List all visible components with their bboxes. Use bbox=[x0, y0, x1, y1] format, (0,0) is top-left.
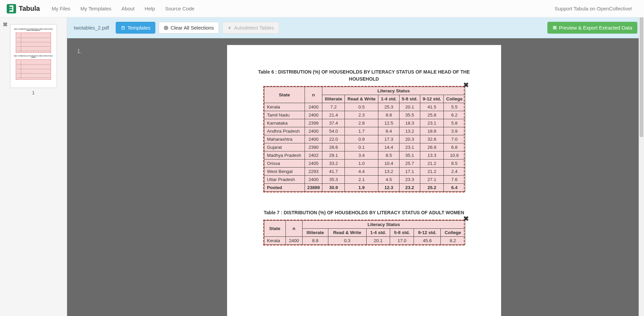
nav-help[interactable]: Help bbox=[140, 0, 160, 17]
nav-source-code[interactable]: Source Code bbox=[160, 0, 200, 17]
autodetect-button[interactable]: Autodetect Tables bbox=[222, 22, 279, 34]
clear-label: Clear All Selections bbox=[170, 25, 214, 31]
table-cell: 29.1 bbox=[322, 151, 345, 160]
table-cell: 3.4 bbox=[345, 151, 378, 160]
table-cell: 2390 bbox=[305, 143, 322, 151]
table-cell: 25.2 bbox=[420, 184, 444, 192]
table-cell: 2400 bbox=[305, 127, 322, 135]
thumb-selection-2 bbox=[16, 59, 51, 80]
table-6: State n Literacy Status Illiterate Read … bbox=[264, 87, 465, 192]
pdf-page[interactable]: Table 6 : DISTRIBUTION (%) OF HOUSEHOLDS… bbox=[227, 45, 501, 316]
export-label: Preview & Export Extracted Data bbox=[559, 25, 632, 31]
table-cell: 7.6 bbox=[444, 176, 465, 184]
table-cell: 23.2 bbox=[399, 184, 420, 192]
table-row: Uttar Pradesh240035.32.14.523.327.17.6 bbox=[264, 176, 465, 184]
page-thumbnail-1[interactable]: TABLE 6: DISTRIBUTION (%) OF HOUSEHOLDS … bbox=[10, 24, 57, 88]
bolt-icon bbox=[227, 26, 232, 30]
table-cell: 20.1 bbox=[399, 103, 420, 111]
table-cell: 2399 bbox=[305, 119, 322, 127]
table-cell: 0.5 bbox=[345, 103, 378, 111]
th-5-8: 5-8 std. bbox=[390, 229, 414, 237]
table-cell: 17.0 bbox=[390, 237, 414, 245]
table-cell: 2402 bbox=[305, 151, 322, 160]
table-cell: 23889 bbox=[305, 184, 322, 192]
table-cell: Kerala bbox=[264, 103, 305, 111]
th-literacy-status: Literacy Status bbox=[322, 87, 465, 95]
table-cell: 2.8 bbox=[345, 119, 378, 127]
templates-button[interactable]: Templates bbox=[116, 22, 155, 34]
page-number-label: 1. bbox=[77, 48, 84, 54]
th-1-4: 1-4 std. bbox=[378, 95, 399, 103]
table-cell: 4.5 bbox=[378, 176, 399, 184]
templates-label: Templates bbox=[127, 25, 150, 31]
table-cell: 2.1 bbox=[345, 176, 378, 184]
autodetect-label: Autodetect Tables bbox=[234, 25, 274, 31]
nav-my-templates[interactable]: My Templates bbox=[75, 0, 116, 17]
table-cell: 21.2 bbox=[420, 160, 444, 168]
th-college: College bbox=[444, 95, 465, 103]
table-cell: 5.8 bbox=[444, 119, 465, 127]
table-cell: Andhra Pradesh bbox=[264, 127, 305, 135]
table-cell: 13.2 bbox=[378, 168, 399, 176]
table-cell: 23.1 bbox=[399, 143, 420, 151]
th-illiterate: Illiterate bbox=[303, 229, 328, 237]
table-cell: 2400 bbox=[285, 237, 303, 245]
table-cell: 17.3 bbox=[378, 135, 399, 143]
table-row: West Bengal229341.74.413.217.121.22.4 bbox=[264, 168, 465, 176]
clear-selections-button[interactable]: Clear All Selections bbox=[159, 22, 219, 34]
close-icon[interactable]: ✖ bbox=[3, 21, 8, 28]
th-state: State bbox=[264, 221, 286, 237]
main-area: twotables_2.pdf Templates Clear All Sele… bbox=[67, 17, 644, 316]
thumb-title-1: TABLE 6: DISTRIBUTION (%) OF HOUSEHOLDS … bbox=[14, 29, 53, 31]
table-7-title: Table 7 : DISTRIBUTION (%) OF HOUSEHOLDS… bbox=[244, 209, 484, 216]
page-scroll[interactable]: 1. Table 6 : DISTRIBUTION (%) OF HOUSEHO… bbox=[67, 38, 644, 316]
table-cell: 12.5 bbox=[378, 119, 399, 127]
table-cell: 25.3 bbox=[378, 103, 399, 111]
table-cell: 32.6 bbox=[420, 135, 444, 143]
filename: twotables_2.pdf bbox=[74, 25, 109, 31]
table-row: Gujarat239028.60.114.423.126.96.8 bbox=[264, 143, 465, 151]
table-cell: 10.6 bbox=[444, 151, 465, 160]
toolbar: twotables_2.pdf Templates Clear All Sele… bbox=[67, 17, 644, 38]
table-row: Madhya Pradesh240229.13.48.535.113.310.6 bbox=[264, 151, 465, 160]
table-cell: 2400 bbox=[305, 111, 322, 119]
thumb-page-number: 1 bbox=[5, 90, 62, 95]
table-cell: 1.9 bbox=[345, 184, 378, 192]
table-cell: 22.0 bbox=[322, 135, 345, 143]
selection-1[interactable]: ✖ State n Literacy Status bbox=[263, 86, 465, 192]
export-icon bbox=[552, 26, 557, 30]
table-cell: 13.3 bbox=[420, 151, 444, 160]
table-cell: Kerala bbox=[264, 237, 286, 245]
brand[interactable]: Tabula bbox=[7, 4, 40, 13]
selection-2[interactable]: ✖ State n Literacy Status bbox=[263, 220, 465, 245]
table-cell: 33.2 bbox=[322, 160, 345, 168]
scrollbar-thumb[interactable] bbox=[640, 17, 643, 137]
table-cell: 2293 bbox=[305, 168, 322, 176]
export-button[interactable]: Preview & Export Extracted Data bbox=[547, 22, 637, 34]
table-cell: 0.9 bbox=[345, 135, 378, 143]
table-cell: Karnataka bbox=[264, 119, 305, 127]
table-cell: 30.9 bbox=[322, 184, 345, 192]
nav-about[interactable]: About bbox=[116, 0, 140, 17]
th-read-write: Read & Write bbox=[328, 229, 366, 237]
table-cell: 41.7 bbox=[322, 168, 345, 176]
thumb-selection-1 bbox=[16, 33, 51, 53]
table-cell: 1.0 bbox=[345, 160, 378, 168]
table-cell: 8.4 bbox=[378, 127, 399, 135]
table-6-title: Table 6 : DISTRIBUTION (%) OF HOUSEHOLDS… bbox=[244, 69, 484, 83]
th-read-write: Read & Write bbox=[345, 95, 378, 103]
table-cell: Madhya Pradesh bbox=[264, 151, 305, 160]
table-cell: 17.1 bbox=[399, 168, 420, 176]
nav-my-files[interactable]: My Files bbox=[47, 0, 75, 17]
vertical-scrollbar[interactable] bbox=[639, 17, 644, 316]
th-9-12: 9-12 std. bbox=[414, 229, 441, 237]
table-cell: 35.3 bbox=[322, 176, 345, 184]
th-state: State bbox=[264, 87, 305, 103]
table-row: Karnataka239937.42.812.518.323.15.8 bbox=[264, 119, 465, 127]
nav-support[interactable]: Support Tabula on OpenCollective! bbox=[549, 0, 637, 17]
th-9-12: 9-12 std. bbox=[420, 95, 444, 103]
table-cell: 35.5 bbox=[399, 111, 420, 119]
table-row: Andhra Pradesh240054.01.78.413.218.83.9 bbox=[264, 127, 465, 135]
th-college: College bbox=[441, 229, 465, 237]
table-row-pooled: Pooled2388930.91.912.323.225.26.4 bbox=[264, 184, 465, 192]
